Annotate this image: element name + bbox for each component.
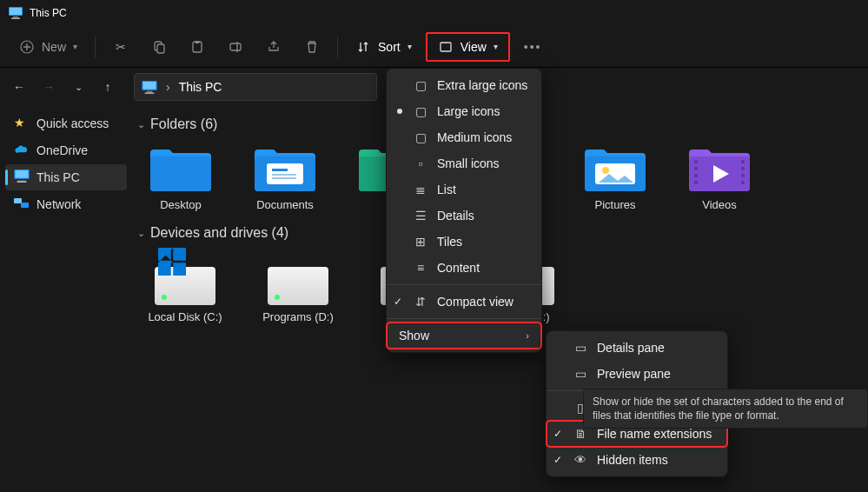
chevron-right-icon: › <box>164 80 172 94</box>
breadcrumb-root[interactable]: This PC <box>179 80 222 94</box>
show-menu-details-pane[interactable]: ▭Details pane <box>547 335 727 361</box>
drive-d[interactable]: Programs (D:) <box>259 249 337 323</box>
svg-rect-17 <box>16 170 29 178</box>
address-bar[interactable]: › This PC <box>134 73 377 101</box>
toolbar: New ▾ ✂ Sort ▾ View ▾ ••• <box>0 26 868 68</box>
drive-label: Programs (D:) <box>262 310 334 323</box>
nav-arrows: ← → ⌄ ↑ <box>10 78 123 96</box>
sidebar-item-label: Quick access <box>36 116 109 130</box>
svg-point-30 <box>602 167 609 174</box>
this-pc-icon <box>142 81 157 94</box>
svg-rect-21 <box>150 156 211 191</box>
separator <box>337 37 338 57</box>
paste-button[interactable] <box>181 34 214 60</box>
eye-icon: 👁 <box>573 453 588 467</box>
sidebar-item-label: Network <box>36 197 81 211</box>
share-button[interactable] <box>257 34 290 60</box>
more-button[interactable]: ••• <box>515 35 551 59</box>
chevron-down-icon: ▾ <box>407 42 412 51</box>
trash-icon <box>304 39 320 55</box>
sidebar-item-onedrive[interactable]: OneDrive <box>5 137 127 163</box>
view-menu-show[interactable]: Show › <box>387 322 541 349</box>
view-label: View <box>461 40 487 54</box>
network-icon <box>14 196 30 212</box>
cut-button[interactable]: ✂ <box>104 34 137 60</box>
folder-label: Desktop <box>160 198 202 211</box>
sidebar-item-quick-access[interactable]: ★ Quick access <box>5 110 127 136</box>
view-button[interactable]: View ▾ <box>431 36 505 58</box>
check-icon: ✓ <box>394 296 402 308</box>
this-pc-icon <box>9 7 23 19</box>
sidebar-item-label: This PC <box>36 170 80 184</box>
sidebar-item-network[interactable]: Network <box>5 191 127 217</box>
tooltip: Show or hide the set of characters added… <box>583 389 868 429</box>
chevron-right-icon: › <box>526 330 529 341</box>
view-menu: ▢Extra large icons ▢Large icons ▢Medium … <box>386 68 542 353</box>
svg-rect-15 <box>145 92 155 94</box>
folder-label: Documents <box>256 198 314 211</box>
rename-icon <box>228 39 243 55</box>
list-icon: ≣ <box>413 183 428 196</box>
folder-desktop[interactable]: Desktop <box>146 141 215 211</box>
folder-documents[interactable]: Documents <box>250 141 320 211</box>
folder-pictures[interactable]: Pictures <box>580 141 650 211</box>
svg-rect-26 <box>272 177 296 179</box>
svg-rect-34 <box>694 174 698 177</box>
svg-rect-1 <box>10 8 22 15</box>
sort-button[interactable]: Sort ▾ <box>347 34 421 60</box>
ellipsis-icon: ••• <box>524 40 542 54</box>
view-menu-medium[interactable]: ▢Medium icons <box>387 124 541 150</box>
view-menu-content[interactable]: ≡Content <box>387 255 541 281</box>
drive-icon <box>268 267 328 305</box>
this-pc-icon <box>14 170 30 185</box>
folder-videos[interactable]: Videos <box>685 141 754 211</box>
folders-group-label: Folders (6) <box>150 116 217 132</box>
back-button[interactable]: ← <box>10 78 28 96</box>
sidebar-item-this-pc[interactable]: This PC <box>5 164 127 190</box>
svg-rect-2 <box>13 17 18 18</box>
desktop-icon <box>150 141 211 191</box>
svg-rect-33 <box>694 167 698 170</box>
chevron-down-icon: ▾ <box>494 42 498 51</box>
pictures-icon <box>585 141 646 191</box>
recent-button[interactable]: ⌄ <box>70 78 87 96</box>
rename-button[interactable] <box>219 34 252 60</box>
file-icon: 🗎 <box>573 427 588 441</box>
clipboard-icon <box>189 39 205 55</box>
view-menu-compact[interactable]: ✓⇵Compact view <box>387 289 541 315</box>
svg-rect-6 <box>157 44 164 53</box>
drive-icon <box>155 267 215 305</box>
view-menu-list[interactable]: ≣List <box>387 176 541 203</box>
view-icon <box>438 39 454 55</box>
new-button[interactable]: New ▾ <box>10 34 86 60</box>
star-icon: ★ <box>14 116 30 131</box>
compact-icon: ⇵ <box>413 295 428 309</box>
details-icon: ☰ <box>413 209 428 223</box>
show-menu-preview-pane[interactable]: ▭Preview pane <box>547 361 727 387</box>
svg-rect-8 <box>195 41 200 43</box>
view-menu-details[interactable]: ☰Details <box>387 203 541 229</box>
up-button[interactable]: ↑ <box>99 78 116 96</box>
sidebar-item-label: OneDrive <box>36 143 88 157</box>
grid-icon: ▢ <box>413 78 428 92</box>
drives-group-label: Devices and drives (4) <box>150 225 288 241</box>
view-menu-extra-large[interactable]: ▢Extra large icons <box>387 72 541 98</box>
view-menu-tiles[interactable]: ⊞Tiles <box>387 229 541 255</box>
delete-button[interactable] <box>295 34 328 60</box>
svg-rect-36 <box>741 160 745 163</box>
svg-rect-19 <box>14 198 22 203</box>
grid-icon: ▢ <box>413 130 428 144</box>
documents-icon <box>255 141 315 191</box>
show-menu-hidden-items[interactable]: ✓👁Hidden items <box>547 447 727 473</box>
svg-rect-35 <box>694 181 698 184</box>
copy-button[interactable] <box>142 34 176 60</box>
forward-button[interactable]: → <box>40 78 57 96</box>
drive-c[interactable]: Local Disk (C:) <box>146 249 224 323</box>
svg-rect-38 <box>741 174 745 177</box>
svg-rect-20 <box>21 203 29 208</box>
menu-separator <box>387 318 541 319</box>
svg-rect-18 <box>17 181 27 183</box>
pane-icon: ▭ <box>573 367 588 381</box>
view-menu-large[interactable]: ▢Large icons <box>387 98 541 124</box>
view-menu-small[interactable]: ▫Small icons <box>387 150 541 176</box>
